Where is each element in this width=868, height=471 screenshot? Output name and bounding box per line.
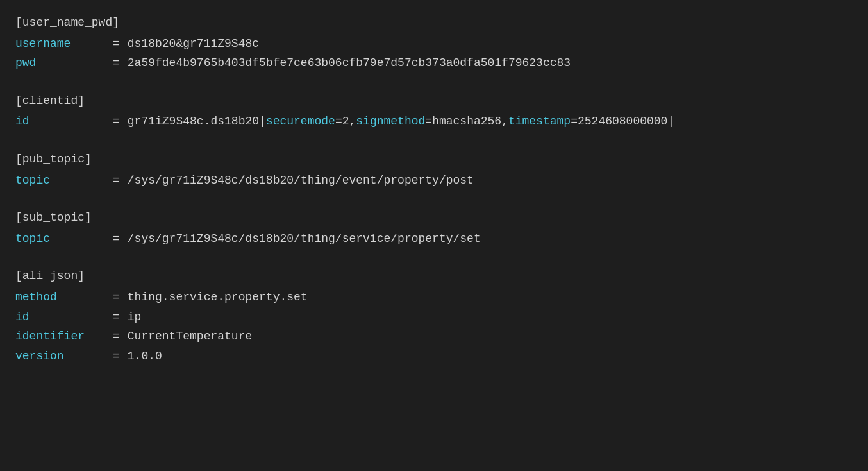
row-identifier: identifier = CurrentTemperature — [15, 327, 853, 347]
row-version: version = 1.0.0 — [15, 347, 853, 366]
value-id-timestamp-val: =2524608000000| — [571, 115, 674, 128]
value-id-signmethod-key: signmethod — [356, 115, 425, 128]
key-pwd: pwd — [15, 53, 105, 73]
equals-pwd: = — [113, 53, 120, 73]
value-username: ds18b20&gr71iZ9S48c — [128, 34, 259, 54]
row-sub-topic: topic = /sys/gr71iZ9S48c/ds18b20/thing/s… — [15, 229, 853, 249]
code-display: [user_name_pwd] username = ds18b20&gr71i… — [15, 13, 853, 366]
value-method: thing.service.property.set — [128, 287, 308, 307]
section-header-ali-json: [ali_json] — [15, 266, 853, 286]
row-pub-topic: topic = /sys/gr71iZ9S48c/ds18b20/thing/e… — [15, 171, 853, 191]
section-ali-json: [ali_json] method = thing.service.proper… — [15, 266, 853, 366]
value-id-signmethod-val: =hmacsha256, — [425, 115, 508, 128]
key-pub-topic: topic — [15, 171, 105, 191]
value-id-securemode-val: =2, — [335, 115, 356, 128]
section-user-name-pwd: [user_name_pwd] username = ds18b20&gr71i… — [15, 13, 853, 73]
section-pub-topic: [pub_topic] topic = /sys/gr71iZ9S48c/ds1… — [15, 150, 853, 190]
equals-username: = — [113, 34, 120, 54]
key-username: username — [15, 34, 105, 54]
row-pwd: pwd = 2a59fde4b9765b403df5bfe7ce63b06cfb… — [15, 53, 853, 73]
key-id-clientid: id — [15, 112, 105, 132]
equals-pub-topic: = — [113, 171, 120, 191]
value-pub-topic: /sys/gr71iZ9S48c/ds18b20/thing/event/pro… — [128, 171, 474, 191]
key-version: version — [15, 347, 105, 366]
section-header-user-name-pwd: [user_name_pwd] — [15, 13, 853, 33]
value-id-securemode-key: securemode — [266, 115, 335, 128]
row-id-alijson: id = ip — [15, 307, 853, 327]
key-identifier: identifier — [15, 327, 105, 347]
value-id-clientid-prefix: gr71iZ9S48c.ds18b20| — [128, 115, 266, 128]
value-identifier: CurrentTemperature — [128, 327, 252, 347]
key-sub-topic: topic — [15, 229, 105, 249]
key-id-alijson: id — [15, 307, 105, 327]
value-pwd: 2a59fde4b9765b403df5bfe7ce63b06cfb79e7d5… — [128, 53, 571, 73]
equals-id-clientid: = — [113, 112, 120, 132]
section-clientid: [clientid] id = gr71iZ9S48c.ds18b20|secu… — [15, 91, 853, 132]
value-id-timestamp-key: timestamp — [508, 115, 571, 128]
equals-id-alijson: = — [113, 307, 120, 327]
row-username: username = ds18b20&gr71iZ9S48c — [15, 34, 853, 54]
value-id-clientid: gr71iZ9S48c.ds18b20|securemode=2,signmet… — [128, 112, 674, 132]
row-id-clientid: id = gr71iZ9S48c.ds18b20|securemode=2,si… — [15, 112, 853, 132]
equals-sub-topic: = — [113, 229, 120, 249]
equals-version: = — [113, 347, 120, 366]
value-id-alijson: ip — [128, 307, 142, 327]
key-method: method — [15, 287, 105, 307]
value-sub-topic: /sys/gr71iZ9S48c/ds18b20/thing/service/p… — [128, 229, 481, 249]
section-header-pub-topic: [pub_topic] — [15, 150, 853, 169]
equals-method: = — [113, 287, 120, 307]
equals-identifier: = — [113, 327, 120, 347]
section-sub-topic: [sub_topic] topic = /sys/gr71iZ9S48c/ds1… — [15, 208, 853, 248]
section-header-clientid: [clientid] — [15, 91, 853, 111]
section-header-sub-topic: [sub_topic] — [15, 208, 853, 228]
value-version: 1.0.0 — [128, 347, 162, 366]
row-method: method = thing.service.property.set — [15, 287, 853, 307]
